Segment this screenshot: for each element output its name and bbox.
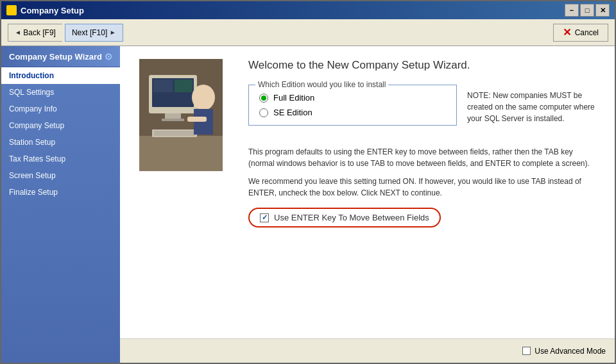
title-bar: Company Setup − □ ✕	[1, 1, 615, 19]
right-content: Welcome to the New Company Setup Wizard.…	[248, 59, 595, 228]
svg-rect-13	[187, 117, 207, 122]
next-label: Next [F10]	[72, 28, 107, 37]
cancel-x-icon: ✕	[563, 26, 571, 38]
main-window: Company Setup − □ ✕ ◄ Back [F9] Next [F1…	[0, 0, 616, 364]
window-title: Company Setup	[21, 6, 84, 15]
svg-point-11	[192, 85, 215, 110]
enter-key-checkbox-label: Use ENTER Key To Move Between Fields	[274, 213, 429, 222]
sidebar-item-finalize-setup-label: Finalize Setup	[9, 188, 58, 197]
window-close-button[interactable]: ✕	[595, 4, 610, 17]
sidebar-item-screen-setup[interactable]: Screen Setup	[1, 167, 120, 184]
cancel-label: Cancel	[575, 28, 599, 37]
se-edition-label: SE Edition	[273, 108, 312, 117]
advanced-mode-row[interactable]: Use Advanced Mode	[522, 347, 606, 356]
svg-rect-8	[162, 119, 184, 121]
sidebar-header: Company Setup Wizard ⊙	[1, 46, 120, 67]
advanced-mode-checkbox[interactable]	[522, 347, 531, 355]
svg-rect-5	[153, 79, 173, 92]
svg-rect-2	[139, 136, 223, 171]
advanced-mode-label: Use Advanced Mode	[535, 347, 606, 356]
main-content: Welcome to the New Company Setup Wizard.…	[120, 46, 615, 338]
title-bar-buttons: − □ ✕	[565, 4, 610, 17]
back-arrow-icon: ◄	[15, 29, 21, 36]
sidebar-item-company-info-label: Company Info	[9, 104, 57, 113]
se-edition-radio[interactable]	[259, 108, 268, 117]
maximize-button[interactable]: □	[580, 4, 594, 17]
sidebar-item-sql-settings[interactable]: SQL Settings	[1, 84, 120, 101]
sidebar-item-station-setup-label: Station Setup	[9, 138, 55, 147]
note-text: NOTE: New companies MUST be created on t…	[467, 85, 595, 124]
next-arrow-icon: ►	[110, 29, 116, 36]
sidebar-item-tax-rates-setup[interactable]: Tax Rates Setup	[1, 151, 120, 167]
toolbar: ◄ Back [F9] Next [F10] ► ✕ Cancel	[1, 19, 615, 46]
sidebar-item-introduction-label: Introduction	[9, 71, 54, 80]
minimize-button[interactable]: −	[565, 4, 579, 17]
sidebar-item-introduction[interactable]: Introduction	[1, 67, 120, 84]
sidebar-item-station-setup[interactable]: Station Setup	[1, 134, 120, 151]
back-button[interactable]: ◄ Back [F9]	[8, 24, 62, 42]
sidebar-item-company-setup[interactable]: Company Setup	[1, 117, 120, 134]
sidebar-item-screen-setup-label: Screen Setup	[9, 171, 56, 180]
full-edition-radio[interactable]	[259, 94, 268, 103]
full-edition-option[interactable]: Full Edition	[259, 93, 446, 103]
full-edition-label: Full Edition	[273, 93, 314, 103]
desc-text-1: This program defaults to using the ENTER…	[248, 146, 595, 169]
edition-selection-box: Which Edition would you like to install …	[248, 85, 457, 126]
sidebar-item-tax-rates-setup-label: Tax Rates Setup	[9, 154, 65, 163]
sidebar-item-company-setup-label: Company Setup	[9, 121, 64, 130]
sidebar: Company Setup Wizard ⊙ Introduction SQL …	[1, 46, 120, 363]
sidebar-collapse-icon[interactable]: ⊙	[105, 51, 112, 62]
svg-rect-10	[154, 131, 195, 136]
sidebar-item-finalize-setup[interactable]: Finalize Setup	[1, 184, 120, 201]
computer-photo	[139, 59, 223, 171]
content-area: Company Setup Wizard ⊙ Introduction SQL …	[1, 46, 615, 363]
sidebar-title: Company Setup Wizard	[9, 52, 102, 62]
desc-text-2: We recommend you leave this setting turn…	[248, 176, 595, 199]
checkbox-check-icon: ✓	[262, 213, 268, 222]
bottom-bar: Use Advanced Mode	[120, 338, 615, 363]
se-edition-option[interactable]: SE Edition	[259, 108, 446, 117]
enter-key-checkbox[interactable]: ✓	[260, 213, 269, 222]
next-button[interactable]: Next [F10] ►	[65, 24, 123, 42]
cancel-button[interactable]: ✕ Cancel	[553, 24, 608, 42]
svg-rect-7	[165, 113, 181, 119]
back-label: Back [F9]	[23, 28, 56, 37]
sidebar-item-company-info[interactable]: Company Info	[1, 101, 120, 117]
welcome-title: Welcome to the New Company Setup Wizard.	[248, 59, 595, 72]
title-bar-left: Company Setup	[6, 5, 84, 15]
enter-key-checkbox-row[interactable]: ✓ Use ENTER Key To Move Between Fields	[248, 208, 441, 228]
sidebar-item-sql-settings-label: SQL Settings	[9, 88, 54, 97]
toolbar-nav-buttons: ◄ Back [F9] Next [F10] ►	[8, 24, 123, 42]
edition-box-title: Which Edition would you like to install	[255, 80, 388, 89]
svg-rect-6	[175, 79, 193, 92]
app-icon	[6, 5, 17, 15]
